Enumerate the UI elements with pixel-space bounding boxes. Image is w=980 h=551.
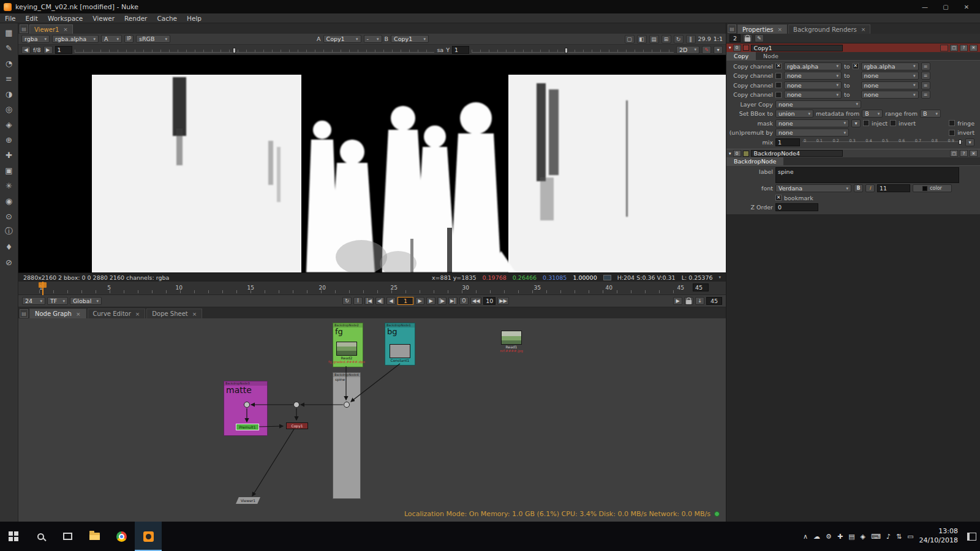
viewer-options-icon[interactable]: ▾ (714, 46, 723, 54)
ip-toggle-button[interactable]: IP (124, 35, 134, 43)
help-icon[interactable]: ? (960, 150, 968, 157)
fringe-checkbox[interactable] (949, 120, 955, 126)
copy-to-2-select[interactable]: none▾ (861, 72, 919, 80)
in-point-button[interactable]: I (353, 297, 363, 305)
flipbook-icon[interactable]: ▶ (673, 297, 682, 305)
toolsets-icon[interactable]: ♦ (2, 239, 17, 254)
copy-channel-4-checkbox[interactable] (775, 92, 782, 98)
close-icon[interactable]: × (861, 26, 866, 32)
collapse-icon[interactable]: ▾ (729, 45, 731, 50)
gain-value-field[interactable]: 1 (55, 46, 72, 54)
a-input-select[interactable]: Copy1▾ (323, 35, 361, 43)
panel-menu-icon[interactable]: ▤ (20, 309, 28, 318)
menu-file[interactable]: File (0, 15, 21, 22)
close-icon[interactable]: × (778, 26, 783, 32)
channel-nodes-icon[interactable]: ≡ (2, 71, 17, 86)
unpremult-invert-checkbox[interactable] (949, 130, 955, 136)
time-nodes-icon[interactable]: ◔ (2, 56, 17, 70)
copy-from-2-select[interactable]: none▾ (784, 72, 842, 80)
copy-channel-2-checkbox[interactable] (775, 73, 782, 79)
keyboard-icon[interactable]: ⌨ (871, 533, 881, 541)
metadata-from-select[interactable]: B▾ (862, 110, 883, 118)
bluetooth-icon[interactable]: ◈ (861, 533, 865, 541)
last-frame-field[interactable]: 45 (706, 297, 722, 305)
gamma-value-field[interactable]: 1 (452, 46, 469, 54)
chrome-button[interactable] (108, 522, 135, 551)
3d-nodes-icon[interactable]: ▣ (2, 163, 17, 178)
node-premult1[interactable]: Premult1 (236, 424, 259, 430)
display-icon[interactable]: ▤ (848, 533, 854, 541)
taskbar-search-button[interactable] (27, 522, 54, 551)
taskbar-clock[interactable]: 13:08 24/10/2018 (919, 527, 958, 545)
inject-checkbox[interactable] (863, 120, 869, 126)
panel-menu-icon[interactable]: ▤ (728, 24, 736, 33)
unpremult-select[interactable]: none▾ (775, 129, 849, 137)
menu-render[interactable]: Render (119, 15, 152, 22)
play-icon[interactable]: ▶ (415, 297, 424, 305)
range-end-field[interactable]: 45 (693, 283, 709, 291)
keyer-nodes-icon[interactable]: ◈ (2, 117, 17, 132)
next-keyframe-icon[interactable]: |▶ (437, 297, 447, 305)
mix-slider-handle[interactable] (959, 140, 962, 144)
close-button[interactable]: ✕ (957, 1, 976, 13)
bookmark-checkbox[interactable] (775, 195, 782, 201)
menu-viewer[interactable]: Viewer (88, 15, 119, 22)
collapse-icon[interactable]: ▾ (729, 151, 731, 156)
range-mode-select[interactable]: Global▾ (70, 297, 102, 305)
close-icon[interactable]: × (63, 26, 68, 32)
copy1-name-field[interactable]: Copy1 (751, 45, 843, 51)
deep-nodes-icon[interactable]: ◉ (2, 193, 17, 208)
fps-select[interactable]: 24▾ (22, 297, 45, 305)
range-from-select[interactable]: B▾ (920, 110, 941, 118)
equals-icon[interactable]: = (921, 91, 930, 99)
render-download-icon[interactable]: ↓ (695, 297, 704, 305)
merge-nodes-icon[interactable]: ⊕ (2, 132, 17, 147)
viewer-zoom-value[interactable]: 1:1 (714, 36, 723, 42)
colorspace-select[interactable]: sRGB▾ (136, 35, 170, 43)
copy-from-3-select[interactable]: none▾ (784, 81, 842, 89)
filter-nodes-icon[interactable]: ◎ (2, 102, 17, 116)
gain-slider[interactable] (75, 47, 435, 53)
transform-nodes-icon[interactable]: ✚ (2, 148, 17, 162)
volume-icon[interactable]: ♪ (886, 533, 891, 541)
viewer-layout-icon[interactable]: ▢ (625, 35, 635, 43)
task-view-button[interactable] (54, 522, 81, 551)
float-panel-icon[interactable]: □ (950, 45, 958, 51)
network-icon[interactable]: ⇅ (896, 533, 902, 541)
jump-back-icon[interactable]: ◀◀ (470, 297, 481, 305)
proxy-icon[interactable]: ⊞ (662, 35, 671, 43)
color-swatch-icon[interactable] (940, 45, 948, 51)
menu-edit[interactable]: Edit (21, 15, 43, 22)
metadata-nodes-icon[interactable]: ⓘ (2, 224, 17, 239)
tab-curve-editor[interactable]: Curve Editor × (88, 309, 146, 318)
timecode-mode-select[interactable]: TF▾ (47, 297, 68, 305)
node-color-chip[interactable] (743, 45, 749, 51)
tab-properties[interactable]: Properties × (737, 24, 787, 34)
next-frame-icon[interactable]: ▶ (426, 297, 435, 305)
zorder-field[interactable]: 0 (775, 203, 818, 211)
prev-keyframe-icon[interactable]: ◀| (375, 297, 385, 305)
panel-menu-icon[interactable]: ▤ (20, 24, 28, 33)
font-select[interactable]: Verdana▾ (775, 184, 851, 192)
node-constant1[interactable]: Constant1 (388, 344, 412, 362)
gain-fstop-label[interactable]: f/8 (33, 47, 41, 53)
chevron-down-icon[interactable]: ▾ (718, 275, 721, 280)
playhead[interactable] (42, 282, 43, 295)
view-mode-select[interactable]: 2D▾ (676, 46, 699, 54)
mask-options-icon[interactable]: ▾ (851, 119, 861, 127)
start-button[interactable] (0, 522, 27, 551)
copy-to-4-select[interactable]: none▾ (861, 91, 919, 99)
node-graph-canvas[interactable]: BackdropNode2 fg BackdropNode1 bg Backdr… (18, 318, 726, 522)
prev-frame-icon[interactable]: ◀ (386, 297, 396, 305)
close-icon[interactable]: × (76, 311, 81, 317)
timeline-ruler[interactable]: 1 5 10 15 20 25 30 35 40 45 45 (18, 282, 726, 295)
copy-to-1-checkbox[interactable] (853, 63, 859, 69)
edit-panels-icon[interactable]: ✎ (755, 34, 764, 42)
copy1-panel-header[interactable]: ▾ 0 Copy1 □ ? ✕ (726, 43, 980, 52)
tab-node[interactable]: Node (756, 52, 786, 60)
goto-start-icon[interactable]: |◀ (364, 297, 374, 305)
node-color-chip[interactable] (743, 151, 749, 157)
copy-channel-3-checkbox[interactable] (775, 82, 782, 88)
float-panel-icon[interactable]: □ (950, 150, 958, 157)
color-nodes-icon[interactable]: ◑ (2, 86, 17, 101)
